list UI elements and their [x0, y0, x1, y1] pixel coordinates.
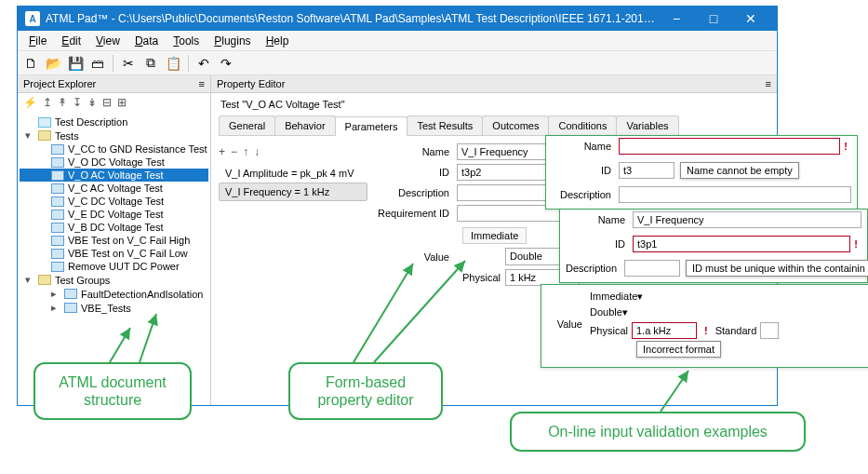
- moveup-icon[interactable]: ↥: [43, 96, 52, 109]
- test-icon: [51, 157, 64, 168]
- popup3-kind-select[interactable]: Immediate▾: [590, 291, 865, 303]
- menu-data[interactable]: Data: [127, 33, 166, 49]
- validation-popup-name: Name! IDName cannot be empty Description: [545, 135, 858, 210]
- test-icon: [51, 196, 64, 207]
- popup3-type-select[interactable]: Double▾: [590, 306, 720, 318]
- cut-icon[interactable]: ✂: [119, 54, 138, 73]
- menu-plugins[interactable]: Plugins: [207, 33, 258, 49]
- open-icon[interactable]: 📂: [44, 54, 62, 73]
- expand-icon[interactable]: ⊞: [117, 96, 127, 109]
- menu-file[interactable]: File: [21, 33, 54, 49]
- popup1-tooltip: Name cannot be empty: [680, 162, 799, 179]
- tree-test-item[interactable]: V_O DC Voltage Test: [20, 156, 208, 169]
- saveall-icon[interactable]: 🗃: [88, 54, 107, 73]
- tree-test-item[interactable]: V_C AC Voltage Test: [20, 182, 208, 195]
- test-icon: [51, 210, 64, 220]
- close-button[interactable]: ✕: [732, 7, 769, 31]
- paste-icon[interactable]: 📋: [164, 54, 182, 73]
- save-icon[interactable]: 💾: [66, 54, 85, 73]
- project-explorer: Project Explorer≡ ⚡ ↥ ↟ ↧ ↡ ⊟ ⊞ Test Des…: [18, 75, 211, 405]
- test-title: Test "V_O AC Voltage Test": [211, 93, 777, 115]
- popup1-desc-field[interactable]: [619, 186, 851, 203]
- tree-groups[interactable]: ▾Test Groups: [20, 273, 208, 287]
- tree-test-item[interactable]: V_C DC Voltage Test: [20, 195, 208, 208]
- panel-menu-icon[interactable]: ≡: [199, 78, 205, 89]
- popup2-name-field[interactable]: [633, 211, 861, 228]
- popup1-id-label: ID: [552, 165, 619, 176]
- popup3-value-label: Value: [547, 318, 590, 330]
- tab-conditions[interactable]: Conditions: [548, 115, 617, 135]
- reqid-label: Requirement ID: [375, 208, 457, 219]
- popup1-id-field[interactable]: [619, 162, 674, 179]
- tab-general[interactable]: General: [219, 115, 275, 135]
- popup2-desc-field[interactable]: [624, 260, 680, 277]
- error-icon: !: [850, 238, 861, 250]
- tab-outcomes[interactable]: Outcomes: [482, 115, 549, 135]
- undo-icon[interactable]: ↶: [194, 54, 213, 73]
- tree-test-item[interactable]: VBE Test on V_C Fail High: [20, 234, 208, 247]
- toolbar-sep: [188, 55, 189, 72]
- collapse-icon[interactable]: ⊟: [102, 96, 112, 109]
- tree-group-item[interactable]: ▸VBE_Tests: [20, 301, 208, 315]
- movetop-icon[interactable]: ↟: [58, 96, 67, 109]
- del-param-icon[interactable]: −: [231, 145, 237, 158]
- param-item[interactable]: V_I Amplitude = pk_pk 4 mV: [219, 164, 367, 183]
- test-icon: [51, 183, 64, 194]
- tree-test-item[interactable]: VBE Test on V_C Fail Low: [20, 247, 208, 260]
- menu-edit[interactable]: Edit: [54, 33, 88, 49]
- doc-icon: [38, 117, 51, 128]
- tree-tests[interactable]: ▾Tests: [20, 129, 208, 142]
- error-icon: !: [840, 141, 851, 152]
- tab-variables[interactable]: Variables: [616, 115, 678, 135]
- value-kind[interactable]: Immediate: [462, 227, 527, 244]
- callout-structure: ATML documentstructure: [33, 362, 192, 420]
- description-label: Description: [375, 187, 457, 198]
- panel-menu-icon[interactable]: ≡: [766, 78, 771, 89]
- param-up-icon[interactable]: ↑: [243, 145, 248, 158]
- value-label: Value: [414, 251, 457, 263]
- lightning-icon[interactable]: ⚡: [23, 96, 37, 109]
- params-toolbar: + − ↑ ↓: [219, 143, 367, 164]
- test-icon: [51, 249, 64, 259]
- tab-behavior[interactable]: Behavior: [274, 115, 335, 135]
- popup3-standard-field[interactable]: [760, 322, 779, 339]
- folder-icon: [38, 275, 51, 285]
- param-down-icon[interactable]: ↓: [254, 145, 260, 158]
- tree-test-item[interactable]: V_O AC Voltage Test: [20, 169, 208, 182]
- tree-root[interactable]: Test Description: [20, 115, 208, 129]
- copy-icon[interactable]: ⧉: [141, 54, 160, 73]
- movedown-icon[interactable]: ↧: [73, 96, 82, 109]
- tree-test-item[interactable]: V_B DC Voltage Test: [20, 221, 208, 234]
- app-icon: A: [25, 11, 40, 26]
- menu-help[interactable]: Help: [259, 33, 297, 49]
- new-icon[interactable]: 🗋: [21, 54, 40, 73]
- panel-header-editor: Property Editor≡: [211, 75, 777, 93]
- popup1-desc-label: Description: [552, 189, 619, 200]
- explorer-toolbar: ⚡ ↥ ↟ ↧ ↡ ⊟ ⊞: [18, 93, 210, 112]
- minimize-button[interactable]: −: [658, 7, 695, 31]
- popup2-tooltip: ID must be unique within the containin: [686, 260, 868, 277]
- tab-test-results[interactable]: Test Results: [407, 115, 483, 135]
- window-title: ATML Pad™ - C:\Users\Public\Documents\Re…: [46, 12, 658, 25]
- popup1-name-field[interactable]: [619, 138, 840, 155]
- titlebar: A ATML Pad™ - C:\Users\Public\Documents\…: [18, 7, 777, 31]
- add-param-icon[interactable]: +: [219, 145, 225, 158]
- menu-view[interactable]: View: [88, 33, 127, 49]
- redo-icon[interactable]: ↷: [217, 54, 235, 73]
- group-icon: [64, 303, 77, 313]
- menu-tools[interactable]: Tools: [166, 33, 207, 49]
- tree-group-item[interactable]: ▸FaultDetectionAndIsolation: [20, 287, 208, 301]
- tab-parameters[interactable]: Parameters: [335, 116, 408, 136]
- movebottom-icon[interactable]: ↡: [87, 96, 97, 109]
- popup2-id-label: ID: [566, 238, 633, 250]
- toolbar: 🗋 📂 💾 🗃 ✂ ⧉ 📋 ↶ ↷: [18, 51, 777, 75]
- test-icon: [51, 170, 64, 181]
- tree[interactable]: Test Description ▾Tests V_CC to GND Resi…: [18, 112, 210, 405]
- tree-test-item[interactable]: V_E DC Voltage Test: [20, 208, 208, 221]
- param-item[interactable]: V_I Frequency = 1 kHz: [219, 183, 367, 201]
- tree-test-item[interactable]: V_CC to GND Resistance Test: [20, 142, 208, 156]
- maximize-button[interactable]: □: [695, 7, 732, 31]
- popup2-id-field[interactable]: [633, 236, 850, 252]
- popup3-physical-field[interactable]: [632, 322, 697, 339]
- tree-test-item[interactable]: Remove UUT DC Power: [20, 260, 208, 273]
